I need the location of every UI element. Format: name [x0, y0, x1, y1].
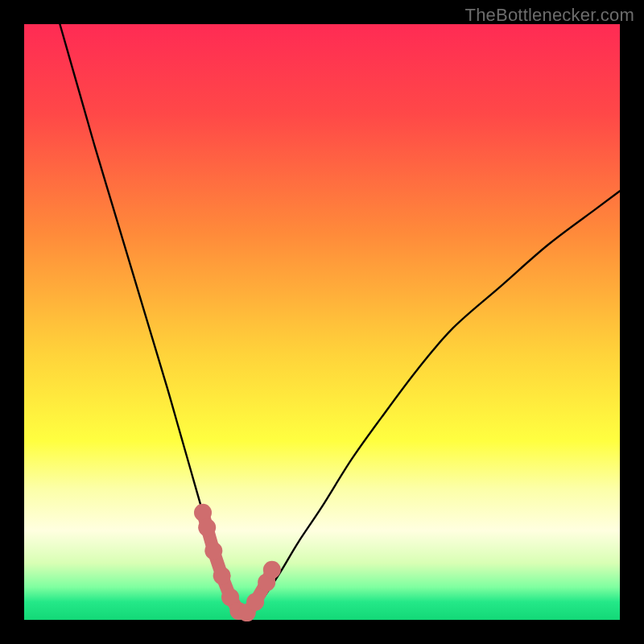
marker-group [194, 504, 281, 621]
watermark-text: TheBottlenecker.com [465, 5, 634, 26]
chart-svg-layer [24, 24, 620, 620]
marker-dot [213, 567, 231, 584]
marker-dot [204, 542, 222, 559]
marker-dot [198, 518, 216, 536]
marker-dot [263, 561, 281, 579]
marker-dot [246, 593, 264, 611]
marker-dot [194, 504, 212, 522]
bottleneck-curve [60, 24, 620, 616]
